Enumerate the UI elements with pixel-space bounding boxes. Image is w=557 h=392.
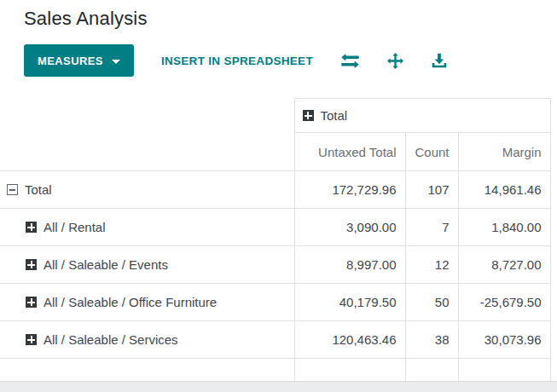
cell-margin: 14,961.46 — [458, 171, 550, 209]
insert-in-spreadsheet-button[interactable]: INSERT IN SPREADSHEET — [161, 55, 313, 67]
row-label: All / Saleable / Events — [44, 257, 168, 272]
partial-cell — [405, 359, 458, 381]
row-header-cell[interactable]: All / Rental — [0, 209, 294, 246]
cell-count: 50 — [405, 284, 458, 321]
download-icon — [432, 53, 447, 68]
page-title: Sales Analysis — [0, 0, 557, 30]
expand-row-icon[interactable] — [26, 297, 37, 308]
table-row: All / Rental 3,090.00 7 1,840.00 — [0, 209, 550, 246]
flip-axis-button[interactable] — [341, 54, 359, 68]
cell-untaxed-total: 8,997.00 — [294, 246, 405, 284]
cell-count: 38 — [405, 321, 458, 359]
table-row: All / Saleable / Office Furniture 40,179… — [0, 284, 550, 321]
move-arrows-icon — [387, 53, 403, 69]
cell-margin: 8,727.00 — [458, 246, 550, 284]
row-header-cell[interactable]: Total — [0, 171, 294, 209]
expand-row-icon[interactable] — [26, 334, 37, 345]
caret-down-icon — [112, 60, 120, 64]
row-label: All / Rental — [44, 220, 106, 234]
cell-margin: -25,679.50 — [458, 284, 550, 321]
cell-count: 107 — [405, 171, 458, 209]
partial-cell — [294, 359, 405, 381]
measures-label: MEASURES — [38, 55, 103, 67]
column-group-total[interactable]: Total — [294, 99, 550, 133]
column-group-label: Total — [321, 108, 348, 123]
cell-count: 7 — [405, 209, 458, 246]
partial-row-header — [0, 359, 294, 381]
bottom-divider — [0, 381, 557, 392]
cell-untaxed-total: 120,463.46 — [294, 321, 405, 359]
row-header-cell[interactable]: All / Saleable / Services — [0, 321, 294, 359]
cell-margin: 30,073.96 — [458, 321, 550, 359]
partial-cell — [458, 359, 550, 381]
collapse-row-icon[interactable] — [7, 184, 18, 195]
table-row: Total 172,729.96 107 14,961.46 — [0, 171, 550, 209]
cell-untaxed-total: 172,729.96 — [294, 171, 405, 209]
measures-button[interactable]: MEASURES — [24, 44, 134, 77]
toolbar: MEASURES INSERT IN SPREADSHEET — [24, 44, 557, 77]
expand-column-icon[interactable] — [303, 110, 314, 121]
download-button[interactable] — [432, 53, 447, 68]
expand-all-button[interactable] — [387, 53, 403, 69]
column-group-row: Total — [0, 99, 550, 133]
cell-margin: 1,840.00 — [458, 209, 550, 246]
header-untaxed-total[interactable]: Untaxed Total — [294, 133, 405, 171]
expand-row-icon[interactable] — [26, 222, 37, 233]
cell-untaxed-total: 40,179.50 — [294, 284, 405, 321]
row-label: All / Saleable / Services — [44, 332, 178, 347]
row-label: Total — [25, 182, 52, 197]
expand-row-icon[interactable] — [26, 259, 37, 270]
cell-untaxed-total: 3,090.00 — [294, 209, 405, 246]
top-left-blank-cell — [0, 99, 294, 133]
table-row: All / Saleable / Services 120,463.46 38 … — [0, 321, 550, 359]
header-count[interactable]: Count — [405, 133, 458, 171]
row-header-cell[interactable]: All / Saleable / Office Furniture — [0, 284, 294, 321]
blank-header-cell — [0, 133, 294, 171]
partial-row — [0, 359, 550, 381]
cell-count: 12 — [405, 246, 458, 284]
pivot-view: Sales Analysis MEASURES INSERT IN SPREAD… — [0, 0, 557, 392]
pivot-table: Total Untaxed Total Count Margin Total 1… — [0, 98, 551, 381]
exchange-arrows-icon — [341, 54, 359, 68]
measure-header-row: Untaxed Total Count Margin — [0, 133, 550, 171]
row-header-cell[interactable]: All / Saleable / Events — [0, 246, 294, 284]
header-margin[interactable]: Margin — [458, 133, 550, 171]
table-row: All / Saleable / Events 8,997.00 12 8,72… — [0, 246, 550, 284]
row-label: All / Saleable / Office Furniture — [44, 295, 217, 309]
